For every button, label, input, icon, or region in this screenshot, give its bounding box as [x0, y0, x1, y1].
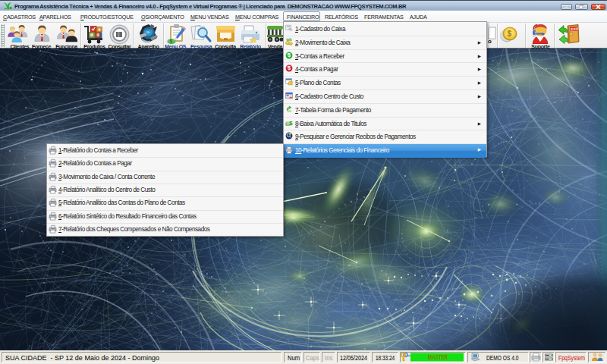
- svg-text:EXIT: EXIT: [571, 27, 579, 32]
- svg-text:$: $: [289, 120, 293, 127]
- svg-text:$: $: [288, 52, 291, 58]
- svg-text:o: o: [488, 38, 492, 44]
- svg-text:MASTER: MASTER: [428, 353, 448, 361]
- svg-text:$: $: [288, 65, 291, 71]
- svg-text:$: $: [508, 30, 512, 38]
